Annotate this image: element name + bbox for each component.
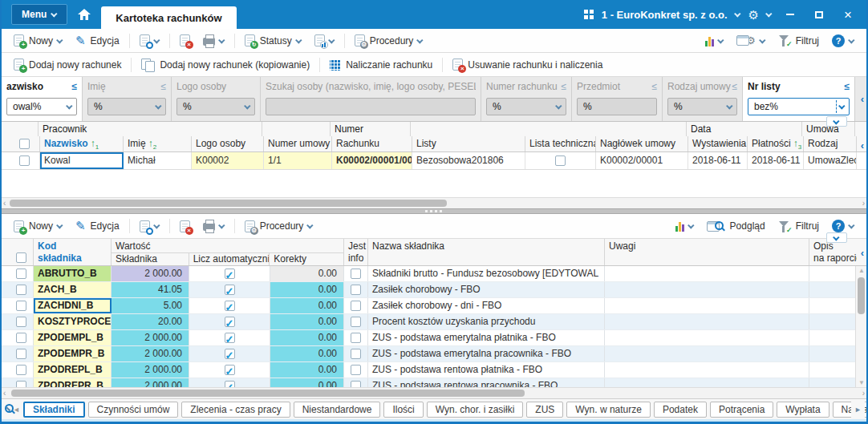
filter-input-nazwisko[interactable]: [6, 98, 77, 115]
lista-techniczna-checkbox[interactable]: [555, 155, 566, 166]
scroll-right-icon[interactable]: ›: [862, 388, 865, 398]
scroll-left-icon[interactable]: ‹: [3, 198, 6, 208]
cell-uwagi[interactable]: [605, 266, 809, 281]
cell-nazwa[interactable]: Zasiłek chorobowy - FBO: [368, 282, 605, 297]
cell-rodzaj[interactable]: UmowaZlecen: [804, 152, 857, 169]
filtruj-button[interactable]: Filtruj: [773, 33, 825, 48]
cell-wartosc[interactable]: 2 000.00: [112, 378, 189, 387]
components-h-scrollbar[interactable]: ‹ ›: [2, 387, 866, 398]
cell-kod[interactable]: ABRUTTO_B: [34, 266, 112, 281]
filter-input-numer-rachunku[interactable]: [486, 98, 566, 115]
filter-header-logo-osoby[interactable]: Logo osoby: [176, 79, 255, 93]
cell-numer-umowy[interactable]: 1/1: [264, 152, 332, 169]
row-checkbox[interactable]: [16, 317, 26, 327]
cell-listy[interactable]: Bezosobowa201806: [412, 152, 525, 169]
col-header-listy[interactable]: Listy: [412, 136, 525, 151]
licz-checkbox[interactable]: [225, 333, 235, 343]
help-button[interactable]: [826, 33, 860, 49]
compare-operator-icon[interactable]: [561, 81, 566, 92]
filter-header-szukaj-osoby[interactable]: Szukaj osoby (nazwisko, imię, logo osoby…: [266, 79, 476, 93]
col-header-naglowek-umowy[interactable]: Nagłówek umowy: [596, 136, 688, 151]
tab-potracenia[interactable]: Potrącenia: [710, 402, 773, 418]
procedury-button[interactable]: Procedury: [239, 219, 319, 234]
col-header-rodzaj[interactable]: Rodzaj: [804, 136, 857, 151]
cell-korekty[interactable]: 0.00: [270, 282, 344, 297]
cell-uwagi[interactable]: [605, 282, 809, 297]
minimize-button[interactable]: [780, 6, 801, 23]
charts-button[interactable]: [670, 219, 700, 233]
jest-info-checkbox[interactable]: [351, 365, 361, 375]
chevron-down-icon[interactable]: [838, 103, 845, 109]
collapse-left-arrow[interactable]: ‹: [861, 93, 864, 105]
delete-document-button[interactable]: [174, 219, 196, 234]
tab-czynnosci-umow[interactable]: Czynności umów: [88, 402, 179, 418]
cell-uwagi[interactable]: [605, 314, 809, 329]
imie-filter-field[interactable]: [92, 100, 156, 113]
licz-checkbox[interactable]: [225, 349, 235, 359]
collapse-left-arrow[interactable]: ‹: [861, 247, 864, 259]
row-checkbox[interactable]: [16, 285, 26, 295]
cell-uwagi[interactable]: [605, 330, 809, 345]
tab-zus[interactable]: ZUS: [526, 402, 563, 418]
compare-operator-icon[interactable]: [71, 81, 77, 92]
cell-kod[interactable]: ZPODREPL_B: [34, 362, 112, 378]
row-checkbox[interactable]: [16, 365, 26, 375]
col-header-wystawienia[interactable]: Wystawienia: [688, 136, 748, 151]
cell-wartosc[interactable]: 5.00: [112, 298, 189, 313]
numer-rachunku-filter-field[interactable]: [491, 100, 557, 113]
print-button[interactable]: [197, 220, 230, 232]
jest-info-checkbox[interactable]: [351, 269, 361, 279]
jest-info-checkbox[interactable]: [351, 285, 361, 295]
filtruj-button[interactable]: Filtruj: [773, 219, 825, 234]
tab-wyn-w-naturze[interactable]: Wyn. w naturze: [566, 402, 651, 418]
col-header-lista-techniczna[interactable]: Lista techniczna: [525, 136, 596, 151]
przedmiot-filter-field[interactable]: [582, 100, 652, 113]
cell-naglowek-umowy[interactable]: K00002/00001: [596, 152, 688, 169]
cell-korekty[interactable]: 0.00: [270, 346, 344, 361]
cell-korekty[interactable]: 0.00: [270, 378, 344, 387]
filter-header-imie[interactable]: Imię: [87, 79, 166, 93]
cell-kod[interactable]: ZPODREPR_B: [34, 378, 112, 387]
tab-ilosci[interactable]: Ilości: [383, 402, 423, 418]
cell-kod[interactable]: KOSZTYPROCENT_B: [34, 314, 112, 329]
compare-operator-icon[interactable]: [844, 81, 850, 92]
chevron-down-icon[interactable]: [765, 10, 772, 17]
filter-input-szukaj-osoby[interactable]: [266, 98, 476, 115]
cell-wartosc[interactable]: 41.05: [112, 282, 189, 297]
cell-korekty[interactable]: 0.00: [270, 266, 344, 281]
search-document-button[interactable]: [134, 33, 165, 48]
nowy-button[interactable]: Nowy: [8, 219, 68, 234]
col-header-platnosci[interactable]: Płatności3: [748, 136, 804, 151]
cell-nazwa[interactable]: ZUS - podstawa rentowa pracownika - FBO: [368, 378, 605, 387]
filter-input-imie[interactable]: [87, 98, 166, 115]
licz-checkbox[interactable]: [225, 285, 235, 295]
view-settings-button[interactable]: ⚙: [731, 34, 771, 47]
panel-splitter[interactable]: [2, 208, 866, 214]
nazwisko-filter-field[interactable]: [11, 100, 67, 113]
licz-checkbox[interactable]: [225, 269, 235, 279]
filter-input-nr-listy[interactable]: [748, 98, 850, 115]
scroll-left-icon[interactable]: ‹: [3, 388, 6, 398]
cell-korekty[interactable]: 0.00: [270, 362, 344, 378]
cell-opis[interactable]: [809, 298, 857, 313]
col-header-licz-automatycznie[interactable]: Licz automatycznie: [189, 253, 270, 265]
select-all-checkbox[interactable]: [16, 252, 26, 263]
col-header-korekty[interactable]: Korekty: [270, 253, 343, 265]
cell-wartosc[interactable]: 2 000.00: [112, 346, 189, 361]
add-account-button[interactable]: Dodaj nowy rachunek: [8, 57, 127, 72]
search-document-button[interactable]: [134, 219, 165, 234]
tab-skladniki[interactable]: Składniki: [23, 402, 85, 418]
cell-uwagi[interactable]: [605, 346, 809, 361]
licz-checkbox[interactable]: [225, 317, 235, 327]
menu-button[interactable]: Menu: [11, 4, 67, 25]
row-checkbox[interactable]: [16, 301, 26, 311]
v-scroll-thumb[interactable]: [858, 277, 865, 314]
scroll-down-icon[interactable]: ▼: [858, 379, 865, 386]
edycja-button[interactable]: Edycja: [70, 33, 125, 49]
filter-header-numer-rachunku[interactable]: Numer rachunku: [486, 79, 566, 93]
szukaj-osoby-field[interactable]: [270, 100, 471, 113]
cell-opis[interactable]: [809, 314, 857, 329]
nowy-button[interactable]: Nowy: [8, 33, 68, 48]
grid-options-button[interactable]: [826, 232, 847, 243]
col-header-logo-osoby[interactable]: Logo osoby: [192, 136, 264, 151]
